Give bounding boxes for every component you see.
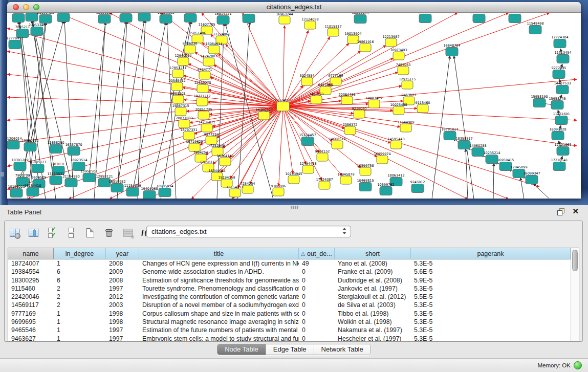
table-row[interactable]: 946362711997Embryonic stem cells: a mode… bbox=[8, 335, 571, 341]
graph-node[interactable] bbox=[526, 176, 538, 184]
graph-node[interactable] bbox=[111, 184, 123, 192]
graph-node[interactable] bbox=[9, 40, 21, 49]
table-selector-dropdown[interactable]: citations_edges.txt bbox=[146, 226, 351, 237]
graph-node[interactable] bbox=[486, 155, 498, 164]
graph-node[interactable] bbox=[301, 137, 314, 146]
table-row[interactable]: 1872400712008Changes of HCN gene express… bbox=[8, 259, 571, 268]
graph-node[interactable] bbox=[201, 124, 212, 132]
graph-node[interactable] bbox=[377, 156, 388, 164]
float-panel-icon[interactable] bbox=[557, 208, 564, 215]
graph-node[interactable] bbox=[419, 14, 431, 23]
column-header-in_degree[interactable]: in_degree bbox=[54, 248, 106, 259]
graph-node[interactable] bbox=[217, 16, 229, 25]
panel-resize-handle[interactable] bbox=[1, 172, 4, 177]
graph-node[interactable] bbox=[354, 110, 365, 118]
graph-node[interactable] bbox=[360, 167, 371, 176]
graph-node[interactable] bbox=[444, 132, 456, 140]
graph-node[interactable] bbox=[184, 45, 195, 53]
graph-node[interactable] bbox=[458, 141, 470, 149]
graph-node[interactable] bbox=[557, 55, 569, 63]
graph-node[interactable] bbox=[509, 14, 521, 23]
network-canvas[interactable]: 2105572412103054206914061605532710653287… bbox=[7, 13, 581, 199]
graph-node[interactable] bbox=[229, 189, 241, 197]
graph-node[interactable] bbox=[304, 21, 316, 29]
graph-node[interactable] bbox=[354, 15, 366, 24]
graph-node[interactable] bbox=[402, 81, 413, 89]
graph-node[interactable] bbox=[319, 181, 330, 189]
table-row[interactable]: 911546021997Tourette syndrome. Phenomeno… bbox=[8, 285, 571, 293]
graph-node[interactable] bbox=[311, 96, 322, 104]
graph-node[interactable] bbox=[385, 38, 397, 47]
graph-node[interactable] bbox=[32, 164, 44, 173]
column-header-out_de[interactable]: △out_de... bbox=[299, 248, 335, 259]
graph-node[interactable] bbox=[160, 15, 172, 24]
graph-node[interactable] bbox=[446, 48, 458, 56]
table-row[interactable]: 977716911998Corpus callosum shape and si… bbox=[8, 310, 571, 318]
graph-node[interactable] bbox=[12, 14, 25, 23]
graph-node[interactable] bbox=[175, 107, 186, 116]
graph-node[interactable] bbox=[554, 39, 566, 48]
graph-node[interactable] bbox=[24, 143, 36, 151]
citation-network-graph[interactable]: 2105572412103054206914061605532710653287… bbox=[7, 13, 581, 199]
graph-node[interactable] bbox=[393, 106, 404, 115]
graph-node[interactable] bbox=[380, 187, 392, 195]
graph-node[interactable] bbox=[472, 148, 484, 157]
graph-node[interactable] bbox=[242, 185, 253, 193]
graph-node[interactable] bbox=[184, 14, 197, 23]
graph-node[interactable] bbox=[7, 141, 19, 149]
graph-node[interactable] bbox=[26, 13, 38, 21]
graph-node[interactable] bbox=[120, 14, 132, 23]
tab-network-table[interactable]: Network Table bbox=[314, 344, 371, 355]
graph-node[interactable] bbox=[39, 15, 52, 24]
unselect-rows-icon[interactable] bbox=[64, 226, 78, 239]
graph-node[interactable] bbox=[159, 188, 171, 197]
delete-table-icon[interactable] bbox=[102, 226, 116, 239]
graph-node[interactable] bbox=[14, 162, 26, 171]
graph-node[interactable] bbox=[138, 13, 150, 21]
graph-node[interactable] bbox=[198, 111, 209, 119]
graph-node[interactable] bbox=[178, 57, 189, 65]
graph-node[interactable] bbox=[555, 116, 568, 125]
graph-node[interactable] bbox=[273, 188, 284, 196]
graph-node[interactable] bbox=[368, 100, 380, 108]
column-header-title[interactable]: title bbox=[139, 248, 299, 259]
graph-node[interactable] bbox=[553, 162, 565, 171]
graph-node[interactable] bbox=[10, 189, 23, 198]
graph-node[interactable] bbox=[203, 58, 214, 66]
graph-node[interactable] bbox=[499, 162, 512, 171]
table-row[interactable]: 1938455462009Genome-wide association stu… bbox=[8, 268, 571, 276]
graph-node[interactable] bbox=[552, 132, 564, 140]
graph-node[interactable] bbox=[83, 173, 95, 182]
graph-node[interactable] bbox=[473, 14, 485, 23]
graph-node[interactable] bbox=[400, 124, 411, 132]
graph-node[interactable] bbox=[279, 16, 290, 24]
tab-edge-table[interactable]: Edge Table bbox=[266, 344, 314, 355]
graph-node[interactable] bbox=[557, 147, 569, 156]
graph-node[interactable] bbox=[208, 46, 220, 54]
graph-node[interactable] bbox=[302, 165, 314, 173]
column-visibility-icon[interactable] bbox=[27, 226, 40, 239]
graph-node[interactable] bbox=[243, 14, 255, 23]
graph-node[interactable] bbox=[50, 145, 62, 154]
table-settings-icon[interactable] bbox=[8, 226, 21, 239]
graph-node[interactable] bbox=[220, 158, 231, 166]
graph-node[interactable] bbox=[533, 99, 546, 107]
graph-node[interactable] bbox=[172, 95, 184, 103]
graph-node[interactable] bbox=[57, 13, 70, 22]
graph-node[interactable] bbox=[197, 98, 208, 106]
graph-node[interactable] bbox=[27, 188, 39, 196]
select-all-rows-icon[interactable]: ✓ ✓ bbox=[46, 226, 59, 239]
graph-node[interactable] bbox=[301, 77, 313, 85]
table-row[interactable]: 2242004622012Investigating the contribut… bbox=[8, 293, 571, 301]
new-table-icon[interactable] bbox=[83, 226, 97, 239]
graph-node[interactable] bbox=[31, 27, 43, 36]
graph-node[interactable] bbox=[258, 112, 270, 120]
graph-node[interactable] bbox=[317, 153, 328, 161]
close-panel-icon[interactable]: ✕ bbox=[572, 207, 579, 215]
vertical-scrollbar[interactable] bbox=[571, 248, 579, 341]
graph-node[interactable] bbox=[65, 179, 77, 187]
graph-node[interactable] bbox=[393, 52, 404, 60]
graph-node[interactable] bbox=[359, 183, 372, 191]
scrollbar-thumb[interactable] bbox=[572, 250, 578, 271]
graph-node[interactable] bbox=[411, 184, 424, 193]
